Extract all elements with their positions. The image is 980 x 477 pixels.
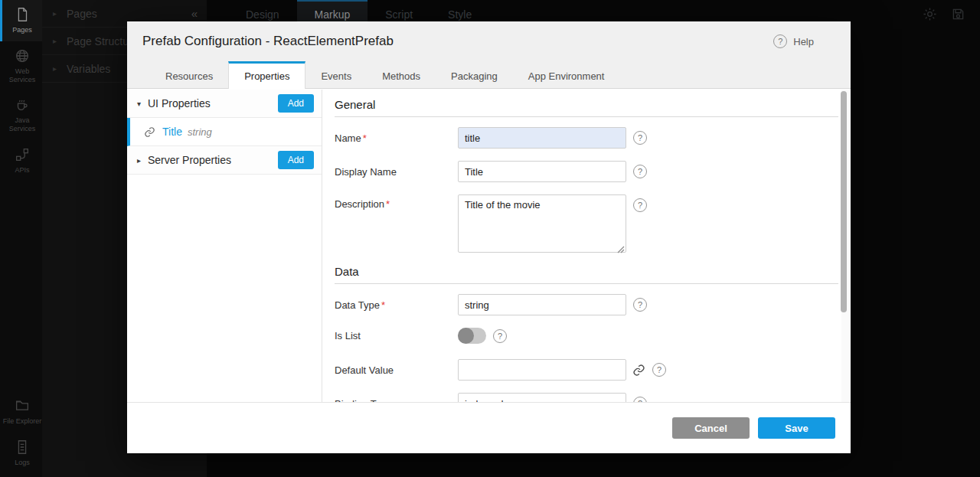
- tab-packaging[interactable]: Packaging: [436, 61, 513, 88]
- tab-events[interactable]: Events: [305, 61, 367, 88]
- tab-label: Style: [448, 8, 472, 21]
- caret-right-icon: ▸: [137, 156, 148, 165]
- dialog-footer: Cancel Save: [127, 402, 851, 453]
- default-value-input[interactable]: [458, 359, 626, 381]
- tab-label: Script: [385, 8, 413, 21]
- rail-item-file-explorer[interactable]: File Explorer: [0, 391, 42, 433]
- property-name: Title: [162, 126, 182, 138]
- rail-bottom-group: File Explorer Logs: [0, 391, 42, 474]
- rail-item-label: Web Services: [2, 67, 42, 84]
- general-section-heading: General: [335, 98, 838, 117]
- tab-label: Packaging: [451, 70, 498, 82]
- folder-icon: [14, 397, 31, 414]
- ui-properties-label: UI Properties: [148, 97, 211, 109]
- save-button[interactable]: Save: [758, 417, 835, 439]
- explorer-section-label: Pages: [67, 8, 97, 20]
- server-properties-label: Server Properties: [148, 154, 231, 166]
- topbar-actions: [922, 0, 980, 28]
- data-type-help-icon[interactable]: ?: [633, 298, 647, 312]
- ui-properties-header[interactable]: ▾ UI Properties Add: [127, 90, 322, 118]
- name-help-icon[interactable]: ?: [633, 131, 647, 145]
- rail-item-pages[interactable]: Pages: [0, 0, 42, 41]
- is-list-label: Is List: [335, 330, 458, 341]
- tab-label: Resources: [165, 70, 213, 82]
- explorer-section-label: Variables: [67, 63, 110, 75]
- dialog-body: ▾ UI Properties Add Title string ▸ Serve…: [127, 90, 851, 402]
- save-icon[interactable]: [950, 6, 966, 22]
- required-marker: *: [363, 132, 367, 144]
- binding-type-help-icon[interactable]: ?: [633, 397, 647, 402]
- server-properties-header[interactable]: ▸ Server Properties Add: [127, 146, 322, 175]
- name-input[interactable]: [458, 127, 626, 149]
- binding-type-select[interactable]: in-bound: [458, 393, 626, 402]
- display-name-help-icon[interactable]: ?: [633, 165, 647, 178]
- default-value-help-icon[interactable]: ?: [652, 363, 666, 377]
- tab-label: Design: [246, 8, 279, 21]
- name-label: Name*: [335, 132, 458, 144]
- is-list-field-row: Is List ?: [335, 328, 838, 344]
- coffee-icon: [14, 96, 31, 113]
- rail-item-label: Pages: [12, 26, 32, 34]
- bind-value-link-icon[interactable]: [632, 364, 645, 377]
- data-type-field-row: Data Type* ?: [335, 294, 838, 315]
- binding-type-field-row: Binding Type in-bound ?: [335, 393, 838, 402]
- help-link[interactable]: ? Help: [773, 34, 814, 48]
- left-icon-rail: Pages Web Services Java Services APIs Fi…: [0, 0, 42, 477]
- rail-item-java-services[interactable]: Java Services: [0, 90, 42, 140]
- label-text: Description: [335, 198, 384, 210]
- tab-resources[interactable]: Resources: [150, 61, 228, 88]
- link-icon: [144, 126, 155, 138]
- caret-right-icon: ▸: [53, 9, 57, 18]
- collapse-panel-icon[interactable]: «: [191, 7, 198, 20]
- add-server-property-button[interactable]: Add: [278, 151, 314, 169]
- display-name-input[interactable]: [458, 161, 626, 182]
- rail-item-web-services[interactable]: Web Services: [0, 41, 42, 91]
- gear-icon[interactable]: [922, 6, 938, 22]
- tab-methods[interactable]: Methods: [367, 61, 436, 88]
- display-name-label: Display Name: [335, 166, 458, 178]
- rail-item-logs[interactable]: Logs: [0, 433, 42, 474]
- tab-app-environment[interactable]: App Environment: [513, 61, 620, 88]
- caret-down-icon: ▾: [137, 100, 148, 108]
- globe-icon: [14, 47, 31, 64]
- cancel-button[interactable]: Cancel: [672, 417, 750, 439]
- required-marker: *: [386, 198, 390, 210]
- tab-label: Events: [321, 70, 351, 82]
- label-text: Data Type: [335, 299, 380, 311]
- help-label: Help: [793, 36, 814, 47]
- name-field-row: Name* ?: [335, 127, 838, 149]
- caret-right-icon: ▸: [53, 64, 57, 73]
- description-help-icon[interactable]: ?: [633, 198, 647, 212]
- description-textarea[interactable]: Title of the movie: [458, 194, 626, 253]
- rail-item-apis[interactable]: APIs: [0, 140, 42, 181]
- required-marker: *: [381, 299, 385, 311]
- ide-screen: Pages Web Services Java Services APIs Fi…: [0, 0, 980, 477]
- dialog-tab-bar: Resources Properties Events Methods Pack…: [127, 61, 851, 89]
- add-ui-property-button[interactable]: Add: [278, 94, 314, 113]
- is-list-toggle[interactable]: [458, 328, 486, 344]
- tab-label: Markup: [315, 8, 351, 21]
- tab-properties[interactable]: Properties: [228, 61, 305, 89]
- data-type-input[interactable]: [458, 294, 626, 315]
- dialog-scrollbar-thumb[interactable]: [841, 91, 847, 312]
- display-name-field-row: Display Name ?: [335, 161, 838, 182]
- default-value-field-row: Default Value ?: [335, 359, 838, 381]
- rail-item-label: File Explorer: [3, 417, 42, 426]
- rail-item-label: Logs: [15, 459, 30, 467]
- dialog-title: Prefab Configuration - ReactElementPrefa…: [142, 34, 394, 49]
- label-text: Name: [335, 132, 361, 144]
- logs-icon: [14, 439, 31, 456]
- property-type: string: [188, 126, 212, 138]
- default-value-label: Default Value: [335, 364, 458, 376]
- properties-list-panel: ▾ UI Properties Add Title string ▸ Serve…: [127, 90, 322, 402]
- description-label: Description*: [335, 198, 458, 210]
- tab-label: App Environment: [528, 70, 605, 82]
- rail-item-label: Java Services: [2, 116, 42, 133]
- rail-item-label: APIs: [15, 166, 29, 175]
- dialog-scrollbar-track[interactable]: [841, 90, 849, 402]
- is-list-help-icon[interactable]: ?: [493, 329, 507, 343]
- page-icon: [14, 6, 31, 23]
- property-item-title[interactable]: Title string: [127, 118, 322, 146]
- nodes-icon: [14, 146, 31, 163]
- data-type-label: Data Type*: [335, 299, 458, 311]
